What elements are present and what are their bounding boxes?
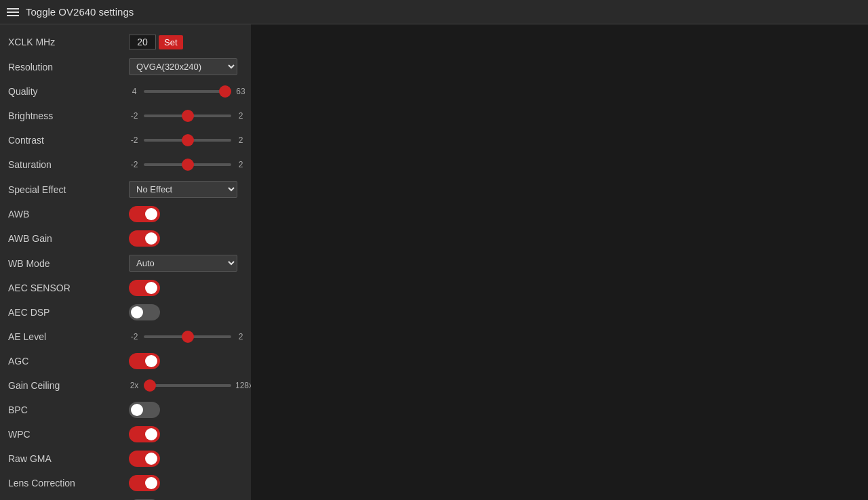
- gain-ceiling-control: 2x 128x: [129, 381, 251, 390]
- contrast-row: Contrast -2 2: [0, 128, 251, 152]
- wb-mode-control: AutoSunnyCloudyOfficeHome: [129, 255, 243, 272]
- resolution-row: Resolution UXGA(1600x1200)SXGA(1280x1024…: [0, 54, 251, 79]
- aec-sensor-control: [129, 280, 243, 296]
- brightness-row: Brightness -2 2: [0, 104, 251, 128]
- quality-control: 4 63: [129, 87, 246, 96]
- wpc-row: WPC: [0, 422, 251, 446]
- resolution-label: Resolution: [8, 62, 129, 72]
- saturation-control: -2 2: [129, 160, 246, 169]
- special-effect-label: Special Effect: [8, 184, 129, 195]
- bpc-row: BPC: [0, 398, 251, 422]
- raw-gma-row: Raw GMA: [0, 446, 251, 471]
- wb-mode-select[interactable]: AutoSunnyCloudyOfficeHome: [129, 255, 237, 272]
- raw-gma-label: Raw GMA: [8, 453, 129, 464]
- quality-row: Quality 4 63: [0, 79, 251, 104]
- aec-dsp-label: AEC DSP: [8, 307, 129, 318]
- lens-correction-toggle[interactable]: [129, 475, 160, 491]
- brightness-control: -2 2: [129, 111, 246, 121]
- ae-level-row: AE Level -2 2: [0, 325, 251, 349]
- wb-mode-row: WB Mode AutoSunnyCloudyOfficeHome: [0, 251, 251, 276]
- wb-mode-label: WB Mode: [8, 258, 129, 269]
- contrast-slider[interactable]: [144, 139, 231, 142]
- awb-gain-control: [129, 230, 243, 247]
- bpc-control: [129, 402, 243, 418]
- lens-correction-row: Lens Correction: [0, 471, 251, 495]
- brightness-min: -2: [129, 111, 140, 121]
- quality-min: 4: [129, 87, 140, 96]
- wpc-label: WPC: [8, 429, 129, 440]
- aec-dsp-control: [129, 304, 243, 320]
- xclk-label: XCLK MHz: [8, 37, 129, 47]
- contrast-control: -2 2: [129, 136, 246, 145]
- awb-control: [129, 206, 243, 222]
- gain-ceiling-row: Gain Ceiling 2x 128x: [0, 373, 251, 398]
- bpc-label: BPC: [8, 404, 129, 415]
- saturation-row: Saturation -2 2: [0, 152, 251, 177]
- ae-level-control: -2 2: [129, 332, 246, 341]
- gain-ceiling-min: 2x: [129, 381, 140, 390]
- top-bar-title: Toggle OV2640 settings: [26, 6, 134, 18]
- lens-correction-label: Lens Correction: [8, 478, 129, 488]
- resolution-control: UXGA(1600x1200)SXGA(1280x1024)HD(1280x72…: [129, 58, 243, 75]
- raw-gma-control: [129, 451, 243, 467]
- set-button[interactable]: Set: [159, 35, 183, 49]
- h-mirror-row: H-Mirror: [0, 495, 251, 500]
- saturation-label: Saturation: [8, 159, 129, 170]
- quality-label: Quality: [8, 86, 129, 97]
- quality-max: 63: [235, 87, 246, 96]
- aec-dsp-row: AEC DSP: [0, 300, 251, 325]
- top-bar: Toggle OV2640 settings: [0, 0, 868, 24]
- ae-level-label: AE Level: [8, 331, 129, 342]
- awb-row: AWB: [0, 202, 251, 226]
- ae-level-slider[interactable]: [144, 335, 231, 338]
- aec-dsp-toggle[interactable]: [129, 304, 160, 320]
- brightness-label: Brightness: [8, 110, 129, 121]
- aec-sensor-toggle[interactable]: [129, 280, 160, 296]
- aec-sensor-label: AEC SENSOR: [8, 283, 129, 293]
- awb-gain-toggle[interactable]: [129, 230, 160, 247]
- brightness-slider[interactable]: [144, 114, 231, 117]
- gain-ceiling-label: Gain Ceiling: [8, 380, 129, 391]
- agc-row: AGC: [0, 349, 251, 373]
- contrast-label: Contrast: [8, 135, 129, 146]
- xclk-control: Set: [129, 35, 243, 49]
- hamburger-icon[interactable]: [7, 8, 19, 16]
- xclk-input[interactable]: [129, 35, 156, 49]
- awb-toggle[interactable]: [129, 206, 160, 222]
- saturation-slider[interactable]: [144, 163, 231, 166]
- gain-ceiling-max: 128x: [235, 381, 251, 390]
- lens-correction-control: [129, 475, 243, 491]
- ae-level-min: -2: [129, 332, 140, 341]
- aec-sensor-row: AEC SENSOR: [0, 276, 251, 300]
- agc-control: [129, 353, 243, 369]
- bpc-toggle[interactable]: [129, 402, 160, 418]
- saturation-max: 2: [235, 160, 246, 169]
- wpc-control: [129, 426, 243, 442]
- xclk-row: XCLK MHz Set: [0, 30, 251, 54]
- special-effect-select[interactable]: No EffectNegativeGrayscaleRed TintGreen …: [129, 181, 237, 198]
- awb-gain-label: AWB Gain: [8, 233, 129, 244]
- agc-label: AGC: [8, 356, 129, 367]
- raw-gma-toggle[interactable]: [129, 451, 160, 467]
- sidebar: XCLK MHz Set Resolution UXGA(1600x1200)S…: [0, 24, 251, 500]
- brightness-max: 2: [235, 111, 246, 121]
- wpc-toggle[interactable]: [129, 426, 160, 442]
- gain-ceiling-slider[interactable]: [144, 384, 231, 387]
- special-effect-row: Special Effect No EffectNegativeGrayscal…: [0, 177, 251, 202]
- ae-level-max: 2: [235, 332, 246, 341]
- awb-gain-row: AWB Gain: [0, 226, 251, 251]
- saturation-min: -2: [129, 160, 140, 169]
- contrast-min: -2: [129, 136, 140, 145]
- contrast-max: 2: [235, 136, 246, 145]
- resolution-select[interactable]: UXGA(1600x1200)SXGA(1280x1024)HD(1280x72…: [129, 58, 237, 75]
- awb-label: AWB: [8, 209, 129, 220]
- special-effect-control: No EffectNegativeGrayscaleRed TintGreen …: [129, 181, 243, 198]
- agc-toggle[interactable]: [129, 353, 160, 369]
- quality-slider[interactable]: [144, 90, 231, 93]
